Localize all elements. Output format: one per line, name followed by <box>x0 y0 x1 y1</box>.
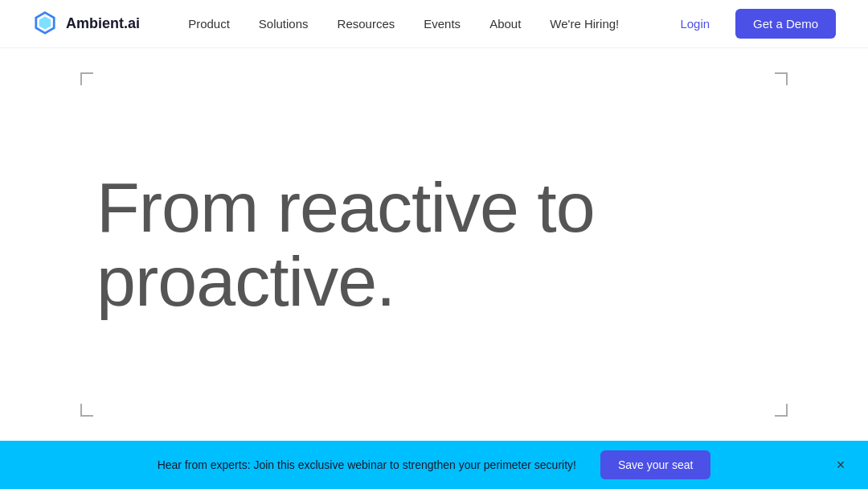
banner-message: Hear from experts: Join this exclusive w… <box>158 458 576 471</box>
bracket-bottom-right <box>775 404 788 417</box>
svg-marker-1 <box>39 16 51 29</box>
login-button[interactable]: Login <box>667 10 723 37</box>
brand-logo[interactable]: Ambient.ai <box>32 11 140 37</box>
nav-resources[interactable]: Resources <box>338 17 395 31</box>
hero-title-line1: From reactive to <box>96 167 595 247</box>
nav-links: Product Solutions Resources Events About… <box>188 17 619 31</box>
nav-events[interactable]: Events <box>424 17 461 31</box>
nav-solutions[interactable]: Solutions <box>259 17 309 31</box>
navbar: Ambient.ai Product Solutions Resources E… <box>0 0 868 48</box>
ambient-logo-icon <box>32 11 58 37</box>
bracket-top-left <box>80 72 93 85</box>
navbar-actions: Login Get a Demo <box>667 9 836 39</box>
bracket-bottom-left <box>80 404 93 417</box>
get-demo-button[interactable]: Get a Demo <box>735 9 836 39</box>
nav-hiring[interactable]: We're Hiring! <box>550 17 619 31</box>
hero-section: From reactive to proactive. <box>0 48 868 441</box>
hero-title: From reactive to proactive. <box>96 171 595 319</box>
nav-product[interactable]: Product <box>188 17 230 31</box>
banner-close-button[interactable]: × <box>829 454 852 476</box>
hero-title-line2: proactive. <box>96 241 395 321</box>
bracket-top-right <box>775 72 788 85</box>
brand-name: Ambient.ai <box>66 15 140 32</box>
nav-about[interactable]: About <box>489 17 521 31</box>
save-seat-button[interactable]: Save your seat <box>600 450 710 479</box>
webinar-banner: Hear from experts: Join this exclusive w… <box>0 441 868 489</box>
